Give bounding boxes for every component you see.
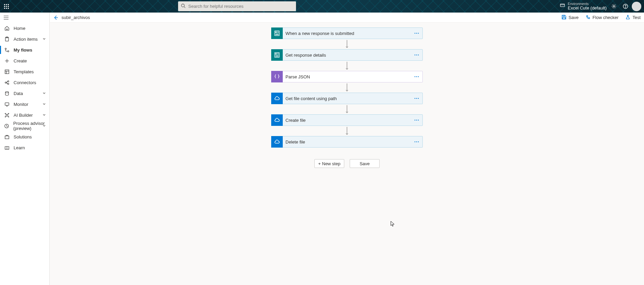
nav-item-template[interactable]: Templates: [0, 66, 49, 77]
nav-item-monitor[interactable]: Monitor: [0, 99, 49, 110]
svg-point-80: [418, 98, 419, 99]
nav-item-flow[interactable]: My flows: [0, 44, 49, 55]
flow-step[interactable]: Get file content using path: [271, 93, 423, 104]
nav-item-label: Action items: [14, 37, 38, 42]
flow-canvas: When a new response is submitted Get res…: [50, 23, 644, 285]
nav-item-learn[interactable]: Learn: [0, 142, 49, 153]
settings-button[interactable]: [609, 1, 619, 12]
flow-step[interactable]: When a new response is submitted: [271, 27, 423, 39]
flow-icon: [4, 47, 10, 53]
svg-rect-2: [8, 4, 9, 5]
flow-arrow: [345, 61, 349, 71]
flow-step[interactable]: Create file: [271, 114, 423, 126]
svg-rect-3: [4, 6, 5, 7]
nav-item-plus[interactable]: Create: [0, 55, 49, 66]
svg-point-86: [415, 141, 416, 142]
flow-step[interactable]: Parse JSON: [271, 71, 423, 82]
nav-item-solutions[interactable]: Solutions: [0, 131, 49, 142]
environment-picker[interactable]: Environments Excel Cute (default): [560, 2, 607, 11]
learn-icon: [4, 145, 10, 150]
step-title: Delete file: [283, 139, 411, 145]
svg-rect-34: [5, 102, 8, 105]
svg-point-29: [7, 80, 9, 82]
nav-item-label: Monitor: [14, 102, 28, 107]
forms-icon: [271, 27, 283, 39]
svg-point-61: [416, 33, 417, 34]
step-more-button[interactable]: [411, 76, 422, 77]
svg-rect-51: [563, 17, 565, 19]
step-more-button[interactable]: [411, 33, 422, 34]
data-icon: [4, 91, 10, 96]
svg-rect-6: [4, 8, 5, 9]
step-title: Create file: [283, 118, 411, 123]
nav-item-connector[interactable]: Connectors: [0, 77, 49, 88]
app-launcher-button[interactable]: [0, 0, 13, 13]
flow-step[interactable]: Delete file: [271, 136, 423, 148]
svg-point-52: [586, 15, 588, 17]
template-icon: [4, 69, 10, 74]
svg-point-76: [418, 76, 419, 77]
nav-item-label: Learn: [14, 145, 25, 150]
nav-item-home[interactable]: Home: [0, 23, 49, 34]
search-box[interactable]: [178, 1, 296, 11]
cloud-icon: [271, 136, 283, 148]
cloud-icon: [271, 114, 283, 126]
test-command[interactable]: Test: [622, 13, 644, 22]
nav-item-label: Connectors: [14, 80, 36, 85]
step-more-button[interactable]: [411, 141, 422, 142]
nav-item-clipboard[interactable]: Action items: [0, 34, 49, 44]
flow-name: subir_archivos: [62, 15, 90, 20]
forms-icon: [271, 49, 283, 61]
cloud-icon: [271, 93, 283, 104]
search-input[interactable]: [186, 4, 293, 9]
nav-item-process[interactable]: Process advisor (preview): [0, 120, 49, 131]
connector-icon: [4, 80, 10, 85]
ai-icon: [4, 112, 10, 118]
new-step-button[interactable]: + New step: [314, 159, 344, 168]
nav-item-ai[interactable]: AI Builder: [0, 110, 49, 120]
svg-line-43: [8, 114, 8, 114]
chevron-down-icon: [42, 102, 46, 107]
svg-line-32: [6, 82, 7, 84]
save-button[interactable]: Save: [350, 159, 380, 168]
nav-item-data[interactable]: Data: [0, 88, 49, 99]
save-icon: [561, 15, 567, 21]
save-label: Save: [569, 15, 579, 20]
svg-point-28: [5, 82, 6, 83]
monitor-icon: [4, 101, 10, 107]
svg-point-62: [418, 33, 419, 34]
environment-name: Excel Cute (default): [568, 6, 607, 11]
svg-line-44: [5, 116, 6, 116]
help-button[interactable]: [620, 1, 630, 12]
svg-point-87: [416, 141, 417, 142]
plus-icon: [4, 58, 10, 63]
step-more-button[interactable]: [411, 54, 422, 56]
nav-collapse-button[interactable]: [0, 13, 49, 23]
environment-icon: [560, 3, 565, 10]
flow-checker-command[interactable]: Flow checker: [582, 13, 622, 22]
flow-arrow: [345, 39, 349, 49]
flow-step[interactable]: Get response details: [271, 49, 423, 61]
back-button[interactable]: [50, 15, 62, 20]
svg-line-42: [5, 114, 6, 114]
svg-line-45: [8, 116, 8, 116]
user-avatar[interactable]: [632, 2, 641, 11]
braces-icon: [271, 71, 283, 82]
svg-point-40: [5, 116, 5, 117]
test-label: Test: [632, 15, 641, 20]
svg-point-39: [8, 113, 9, 114]
svg-point-71: [416, 55, 417, 56]
save-command[interactable]: Save: [558, 13, 582, 22]
process-icon: [4, 123, 9, 129]
svg-rect-25: [5, 70, 8, 73]
step-title: Parse JSON: [283, 74, 411, 79]
svg-point-70: [415, 55, 416, 56]
home-icon: [4, 25, 10, 31]
step-more-button[interactable]: [411, 98, 422, 99]
step-more-button[interactable]: [411, 119, 422, 121]
solutions-icon: [4, 134, 10, 139]
flow-arrow: [345, 82, 349, 93]
nav-item-label: Data: [14, 91, 23, 96]
svg-point-22: [7, 51, 9, 52]
clipboard-icon: [4, 36, 10, 42]
